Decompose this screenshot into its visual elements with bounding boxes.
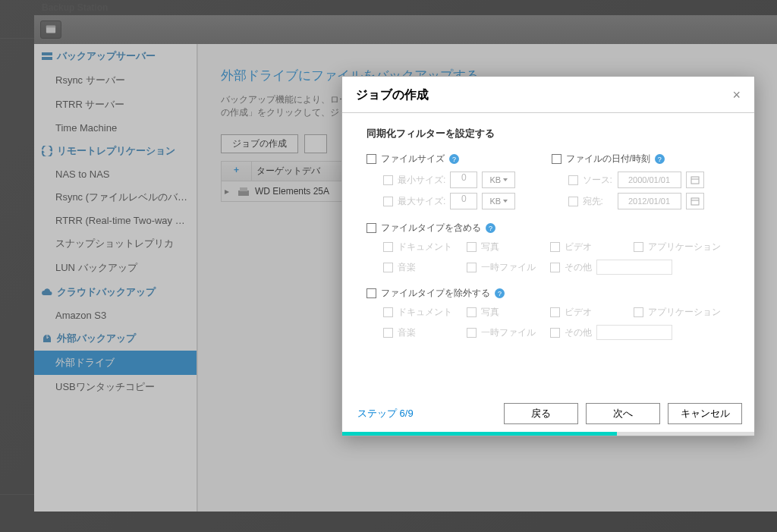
maxsize-unit-select[interactable]: KB — [482, 193, 515, 209]
source-date-label: ソース: — [583, 174, 613, 187]
minsize-checkbox[interactable] — [383, 175, 393, 185]
dialog-subtitle: 同期化フィルターを設定する — [366, 127, 736, 140]
exclude-type-item[interactable]: 音楽 — [383, 325, 467, 340]
exclude-type-checkbox[interactable] — [467, 307, 477, 317]
exclude-type-checkbox[interactable] — [634, 307, 643, 317]
include-type-item[interactable]: 音楽 — [383, 260, 467, 275]
include-types-checkbox[interactable] — [366, 223, 376, 233]
include-type-label: 音楽 — [398, 261, 416, 274]
source-date-checkbox[interactable] — [568, 175, 578, 185]
exclude-type-label: アプリケーション — [648, 306, 721, 319]
dest-date-label: 宛先: — [583, 195, 613, 208]
exclude-type-checkbox[interactable] — [383, 328, 393, 338]
maxsize-checkbox[interactable] — [383, 197, 393, 206]
progress-bar — [342, 432, 754, 436]
exclude-type-item[interactable]: 一時ファイル — [467, 325, 550, 340]
filesize-checkbox[interactable] — [366, 154, 376, 164]
exclude-type-checkbox[interactable] — [467, 328, 477, 338]
include-type-checkbox[interactable] — [550, 263, 560, 272]
include-type-item[interactable]: ドキュメント — [383, 241, 467, 253]
include-type-checkbox[interactable] — [383, 263, 393, 272]
exclude-type-checkbox[interactable] — [550, 328, 560, 338]
include-type-label: アプリケーション — [648, 241, 721, 253]
include-type-checkbox[interactable] — [467, 263, 477, 272]
calendar-button[interactable] — [686, 172, 704, 188]
exclude-types-label: ファイルタイプを除外する — [381, 287, 490, 300]
exclude-type-label: 一時ファイル — [481, 326, 536, 339]
next-button[interactable]: 次へ — [586, 403, 660, 424]
include-type-label: ビデオ — [565, 241, 592, 253]
include-types-label: ファイルタイプを含める — [381, 222, 481, 235]
exclude-other-input[interactable] — [596, 325, 672, 340]
svg-rect-8 — [691, 198, 699, 205]
include-type-item[interactable]: ビデオ — [550, 241, 634, 253]
close-icon[interactable]: × — [732, 87, 741, 103]
include-type-checkbox[interactable] — [634, 242, 643, 252]
dest-date-checkbox[interactable] — [568, 197, 578, 206]
exclude-type-checkbox[interactable] — [550, 307, 560, 317]
exclude-type-item[interactable]: ドキュメント — [383, 306, 467, 319]
include-type-item[interactable]: アプリケーション — [634, 241, 725, 253]
source-date-input[interactable]: 2000/01/01 — [618, 172, 681, 188]
exclude-types-checkbox[interactable] — [366, 288, 376, 298]
exclude-type-label: ドキュメント — [398, 306, 452, 319]
help-icon[interactable]: ? — [449, 154, 459, 164]
exclude-type-item[interactable]: 写真 — [467, 306, 550, 319]
include-type-checkbox[interactable] — [550, 242, 560, 252]
filesize-label: ファイルサイズ — [381, 153, 445, 165]
maxsize-label: 最大サイズ: — [398, 195, 445, 208]
exclude-type-item[interactable]: ビデオ — [550, 306, 634, 319]
exclude-type-label: その他 — [565, 326, 592, 339]
step-indicator: ステップ 6/9 — [357, 407, 414, 420]
back-button[interactable]: 戻る — [504, 403, 578, 424]
calendar-button[interactable] — [686, 193, 704, 209]
include-type-item[interactable]: その他 — [550, 260, 725, 275]
include-type-checkbox[interactable] — [383, 242, 393, 252]
filedate-label: ファイルの日付/時刻 — [566, 153, 650, 165]
include-type-item[interactable]: 写真 — [467, 241, 550, 253]
minsize-input[interactable]: 0 — [450, 172, 477, 188]
exclude-type-item[interactable]: その他 — [550, 325, 725, 340]
filedate-checkbox[interactable] — [552, 154, 562, 164]
include-type-label: その他 — [565, 261, 592, 274]
minsize-label: 最小サイズ: — [398, 174, 445, 187]
calendar-icon — [690, 175, 700, 184]
exclude-type-label: ビデオ — [565, 306, 592, 319]
include-type-label: 一時ファイル — [481, 261, 536, 274]
exclude-type-label: 音楽 — [398, 326, 416, 339]
help-icon[interactable]: ? — [655, 154, 665, 164]
include-type-label: ドキュメント — [398, 241, 452, 253]
include-other-input[interactable] — [596, 260, 672, 275]
exclude-type-label: 写真 — [481, 306, 499, 319]
help-icon[interactable]: ? — [486, 223, 495, 233]
minsize-unit-select[interactable]: KB — [482, 172, 515, 188]
chevron-down-icon — [503, 200, 508, 203]
exclude-type-item[interactable]: アプリケーション — [634, 306, 725, 319]
create-job-dialog: ジョブの作成 × 同期化フィルターを設定する ファイルサイズ ? 最小サイズ: … — [341, 76, 755, 436]
include-type-checkbox[interactable] — [467, 242, 477, 252]
cancel-button[interactable]: キャンセル — [668, 403, 742, 424]
include-type-label: 写真 — [481, 241, 499, 253]
dialog-title: ジョブの作成 — [356, 87, 429, 103]
dest-date-input[interactable]: 2012/01/01 — [618, 193, 681, 209]
include-type-item[interactable]: 一時ファイル — [467, 260, 550, 275]
maxsize-input[interactable]: 0 — [450, 193, 477, 209]
help-icon[interactable]: ? — [495, 288, 505, 298]
exclude-type-checkbox[interactable] — [383, 307, 393, 317]
calendar-icon — [690, 197, 700, 206]
chevron-down-icon — [503, 178, 508, 181]
svg-rect-6 — [691, 177, 699, 184]
